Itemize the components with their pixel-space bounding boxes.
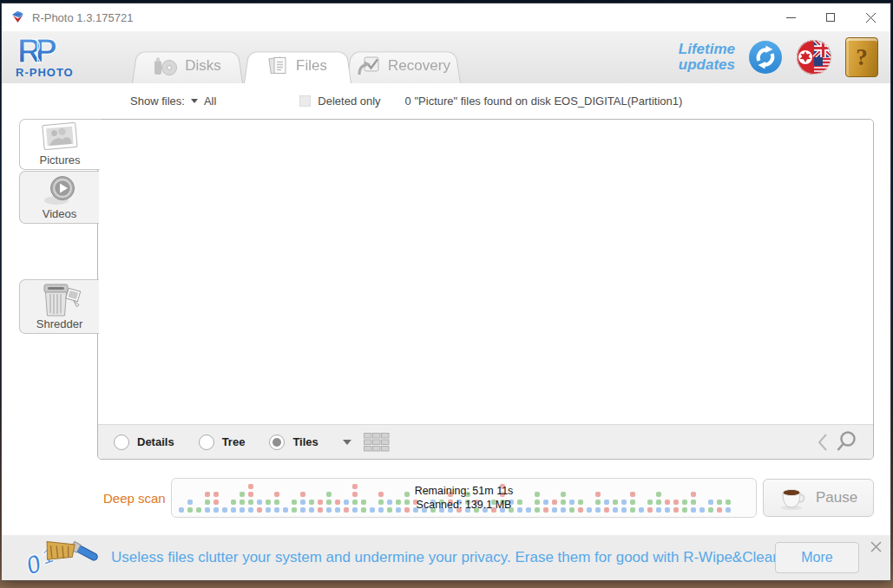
tab-files-label: Files bbox=[296, 57, 327, 75]
pictures-icon bbox=[37, 120, 82, 154]
radio-icon bbox=[199, 434, 214, 450]
toolbar: RP R-PHOTO Disks bbox=[2, 31, 890, 83]
maximize-button[interactable] bbox=[811, 3, 850, 31]
sidebar-item-label: Shredder bbox=[36, 317, 82, 330]
deep-scan-label: Deep scan bbox=[103, 491, 171, 506]
view-option-details[interactable]: Details bbox=[114, 434, 174, 450]
show-files-value: All bbox=[204, 95, 216, 108]
logo-caption: R-PHOTO bbox=[16, 66, 120, 79]
files-icon bbox=[268, 56, 288, 76]
search-icon[interactable] bbox=[833, 430, 857, 454]
show-files-label: Show files: bbox=[130, 95, 185, 108]
view-option-label: Tiles bbox=[292, 435, 318, 448]
update-refresh-icon[interactable] bbox=[748, 40, 783, 75]
videos-icon bbox=[39, 172, 81, 207]
radio-icon bbox=[114, 434, 129, 450]
tiles-size-dropdown-icon[interactable] bbox=[343, 440, 351, 445]
sidebar-item-label: Videos bbox=[43, 207, 77, 220]
banner-close-icon[interactable] bbox=[869, 539, 883, 553]
banner-message: Useless files clutter your system and un… bbox=[111, 549, 785, 566]
tab-files[interactable]: Files bbox=[244, 49, 351, 83]
filter-bar: Show files: All Deleted only 0 "Picture"… bbox=[2, 83, 890, 119]
file-list-area[interactable] bbox=[98, 120, 873, 424]
deep-scan-row: Deep scan Remaining: 51m 11s Scanned: 13… bbox=[2, 478, 890, 518]
rphoto-logo: RP R-PHOTO bbox=[16, 34, 120, 79]
window-title: R-Photo 1.3.175721 bbox=[32, 11, 771, 24]
language-flags-icon[interactable] bbox=[796, 39, 832, 75]
sidebar-item-shredder[interactable]: Shredder bbox=[19, 279, 99, 334]
show-files-dropdown[interactable]: Show files: All bbox=[130, 95, 216, 108]
tab-disks[interactable]: Disks bbox=[132, 49, 243, 83]
disks-icon bbox=[154, 56, 177, 76]
view-option-tree[interactable]: Tree bbox=[199, 434, 246, 450]
main-zone: Pictures Videos bbox=[2, 119, 890, 460]
view-option-label: Details bbox=[137, 435, 174, 448]
collapse-chevron-icon[interactable] bbox=[817, 432, 828, 453]
chevron-down-icon bbox=[191, 99, 198, 103]
radio-icon bbox=[269, 434, 285, 450]
more-button[interactable]: More bbox=[775, 542, 859, 573]
view-option-label: Tree bbox=[222, 435, 246, 448]
lifetime-updates-label: Lifetime updates bbox=[679, 42, 735, 73]
help-icon[interactable]: ? bbox=[845, 37, 878, 77]
tab-recovery[interactable]: Recovery bbox=[346, 49, 461, 83]
scanned-text: Scanned: 139.1 MB bbox=[417, 498, 512, 512]
deleted-only-checkbox[interactable] bbox=[299, 95, 311, 107]
shredder-icon bbox=[37, 280, 82, 317]
minimize-button[interactable] bbox=[771, 3, 811, 31]
coffee-cup-icon bbox=[779, 486, 807, 510]
view-option-tiles[interactable]: Tiles bbox=[269, 434, 318, 450]
sidebar-item-label: Pictures bbox=[40, 154, 81, 167]
app-window: R-Photo 1.3.175721 RP R-PHOTO bbox=[2, 3, 890, 580]
sidebar-item-videos[interactable]: Videos bbox=[19, 171, 99, 224]
scan-status-text: 0 "Picture" files found on disk EOS_DIGI… bbox=[405, 95, 683, 108]
view-mode-bar: Details Tree Tiles bbox=[98, 424, 873, 459]
app-logo-icon bbox=[10, 10, 25, 25]
files-panel: Details Tree Tiles bbox=[97, 119, 874, 460]
svg-text:RP: RP bbox=[17, 34, 56, 69]
sidebar-item-pictures[interactable]: Pictures bbox=[19, 119, 100, 170]
titlebar: R-Photo 1.3.175721 bbox=[2, 3, 890, 31]
deep-scan-stats: Remaining: 51m 11s Scanned: 139.1 MB bbox=[172, 479, 756, 517]
tab-disks-label: Disks bbox=[185, 57, 221, 75]
pause-button[interactable]: Pause bbox=[763, 479, 874, 517]
recovery-icon bbox=[357, 56, 380, 76]
rwipeclean-icon: 0 1 0 bbox=[24, 537, 101, 578]
deleted-only-label: Deleted only bbox=[318, 95, 380, 108]
close-button[interactable] bbox=[850, 3, 890, 31]
promo-banner: 0 1 0 Useless files clutter your system … bbox=[2, 535, 890, 580]
tiles-grid-icon[interactable] bbox=[364, 433, 390, 452]
pause-label: Pause bbox=[816, 489, 857, 506]
remaining-text: Remaining: 51m 11s bbox=[415, 484, 514, 498]
deep-scan-progress-bar: Remaining: 51m 11s Scanned: 139.1 MB bbox=[171, 478, 757, 518]
tab-recovery-label: Recovery bbox=[388, 57, 450, 75]
